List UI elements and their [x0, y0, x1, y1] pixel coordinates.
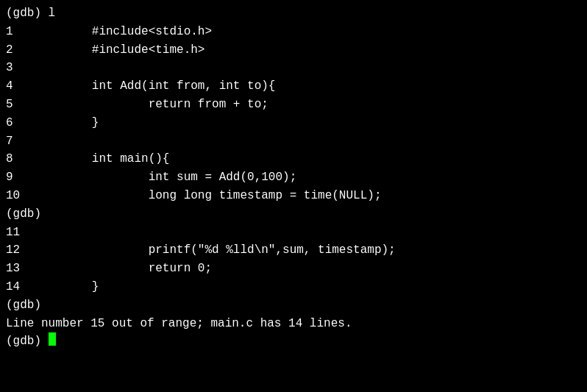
line-number-7: 7 — [6, 132, 35, 151]
line-number-3: 3 — [6, 59, 35, 77]
code-line-10: 10 long long timestamp = time(NULL); — [6, 187, 581, 205]
line-number-2: 2 — [6, 41, 35, 60]
line-number-11: 11 — [6, 224, 35, 242]
code-line-9: 9 int sum = Add(0,100); — [6, 168, 581, 187]
code-line-8: 8 int main(){ — [6, 150, 581, 168]
code-line-11: 11 — [6, 224, 581, 242]
code-line-14: 14 } — [6, 278, 581, 296]
code-line-3: 3 — [6, 59, 581, 77]
line-number-4: 4 — [6, 77, 35, 96]
terminal[interactable]: (gdb) l 1 #include<stdio.h> 2 #include<t… — [0, 0, 587, 392]
line-content-14: } — [35, 278, 99, 296]
line-content-5: return from + to; — [35, 96, 268, 114]
code-line-6: 6 } — [6, 114, 581, 132]
line-content-2: #include<time.h> — [35, 41, 204, 60]
code-line-2: 2 #include<time.h> — [6, 41, 581, 60]
gdb-prompt-line-2: (gdb) — [6, 205, 581, 224]
line-number-9: 9 — [6, 168, 35, 187]
line-number-5: 5 — [6, 96, 35, 114]
gdb-prompt-2: (gdb) — [6, 205, 41, 224]
line-content-1: #include<stdio.h> — [35, 23, 212, 41]
code-line-13: 13 return 0; — [6, 260, 581, 278]
code-line-5: 5 return from + to; — [6, 96, 581, 114]
gdb-input-line[interactable]: (gdb) — [6, 332, 581, 351]
line-number-6: 6 — [6, 114, 35, 132]
code-line-12: 12 printf("%d %lld\n",sum, timestamp); — [6, 241, 581, 260]
status-line: Line number 15 out of range; main.c has … — [6, 315, 581, 333]
gdb-command-line: (gdb) l — [6, 4, 581, 23]
gdb-prompt-line-3: (gdb) — [6, 296, 581, 315]
code-line-1: 1 #include<stdio.h> — [6, 23, 581, 41]
gdb-prompt-3: (gdb) — [6, 296, 41, 315]
gdb-prompt-1: (gdb) l — [6, 4, 55, 23]
line-number-8: 8 — [6, 150, 35, 168]
code-line-4: 4 int Add(int from, int to){ — [6, 77, 581, 96]
line-content-12: printf("%d %lld\n",sum, timestamp); — [35, 241, 396, 260]
line-content-9: int sum = Add(0,100); — [35, 168, 296, 187]
line-content-6: } — [35, 114, 99, 132]
line-number-14: 14 — [6, 278, 35, 296]
line-number-10: 10 — [6, 187, 35, 205]
line-content-4: int Add(int from, int to){ — [35, 77, 275, 96]
line-number-12: 12 — [6, 241, 35, 260]
code-line-7: 7 — [6, 132, 581, 151]
status-text: Line number 15 out of range; main.c has … — [6, 315, 352, 333]
line-number-13: 13 — [6, 260, 35, 278]
line-content-10: long long timestamp = time(NULL); — [35, 187, 381, 205]
line-content-13: return 0; — [35, 260, 212, 278]
line-content-8: int main(){ — [35, 150, 169, 168]
terminal-cursor — [49, 332, 56, 346]
line-number-1: 1 — [6, 23, 35, 41]
gdb-prompt-4: (gdb) — [6, 332, 49, 351]
